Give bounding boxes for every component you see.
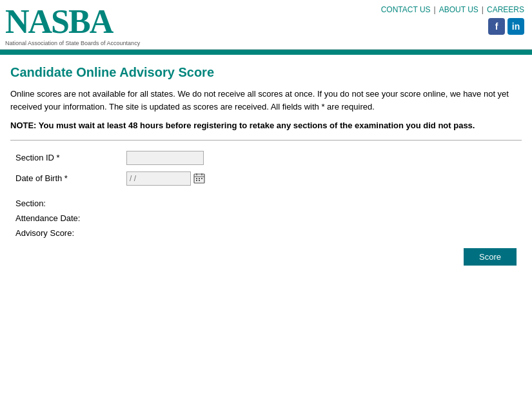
calendar-icon[interactable]	[192, 171, 206, 186]
attendance-result-row: Attendance Date:	[15, 213, 522, 223]
section-id-input[interactable]	[126, 151, 204, 165]
svg-rect-7	[196, 180, 197, 181]
section-result-row: Section:	[15, 199, 522, 208]
sep2: |	[482, 5, 484, 14]
svg-rect-6	[201, 178, 202, 179]
logo-subtitle: National Association of State Boards of …	[5, 40, 140, 46]
advisory-result-row: Advisory Score:	[15, 228, 522, 238]
contact-us-link[interactable]: CONTACT US	[381, 5, 431, 14]
main-content: Candidate Online Advisory Score Online s…	[0, 55, 532, 276]
score-button[interactable]: Score	[464, 248, 517, 266]
linkedin-icon[interactable]: in	[507, 18, 524, 35]
dob-wrapper	[126, 171, 206, 186]
button-row: Score	[10, 248, 522, 266]
top-nav: CONTACT US | ABOUT US | CAREERS	[381, 5, 524, 14]
about-us-link[interactable]: ABOUT US	[439, 5, 478, 14]
section-id-label: Section ID *	[10, 153, 126, 162]
dob-row: Date of Birth *	[10, 171, 522, 186]
social-icons: f in	[488, 18, 524, 35]
divider	[10, 140, 522, 141]
note-text: NOTE: You must wait at least 48 hours be…	[10, 119, 522, 132]
header: NASBA National Association of State Boar…	[0, 0, 532, 50]
results-section: Section: Attendance Date: Advisory Score…	[10, 199, 522, 238]
nasba-logo: NASBA	[5, 5, 140, 39]
page-title: Candidate Online Advisory Score	[10, 65, 522, 80]
svg-rect-4	[196, 178, 197, 179]
header-right: CONTACT US | ABOUT US | CAREERS f in	[381, 5, 524, 35]
intro-text: Online scores are not available for all …	[10, 88, 522, 113]
teal-bar	[0, 50, 532, 55]
careers-link[interactable]: CAREERS	[487, 5, 524, 14]
svg-rect-8	[199, 180, 200, 181]
facebook-icon[interactable]: f	[488, 18, 505, 35]
svg-rect-5	[199, 178, 200, 179]
form-section: Section ID * Date of Birth *	[10, 151, 522, 186]
logo-area: NASBA National Association of State Boar…	[5, 5, 140, 46]
section-id-row: Section ID *	[10, 151, 522, 165]
dob-label: Date of Birth *	[10, 173, 126, 183]
dob-input[interactable]	[126, 171, 191, 186]
sep1: |	[434, 5, 436, 14]
